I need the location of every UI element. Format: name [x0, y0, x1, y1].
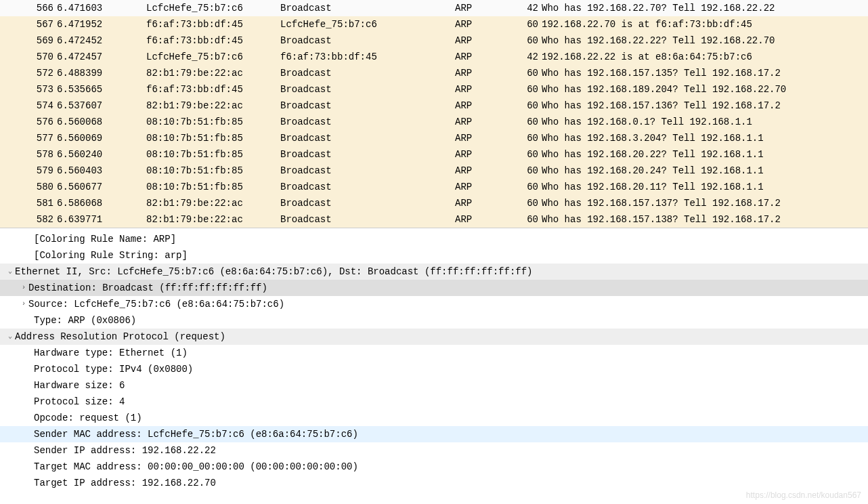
- col-source: 82:b1:79:be:22:ac: [146, 195, 280, 211]
- packet-row[interactable]: 5806.56067708:10:7b:51:fb:85BroadcastARP…: [0, 179, 868, 195]
- col-source: 08:10:7b:51:fb:85: [146, 114, 280, 130]
- col-info: Who has 192.168.157.136? Tell 192.168.17…: [542, 98, 868, 114]
- packet-row[interactable]: 5676.471952f6:af:73:bb:df:45LcfcHefe_75:…: [0, 16, 868, 33]
- col-destination: f6:af:73:bb:df:45: [280, 49, 455, 65]
- col-destination: Broadcast: [280, 146, 455, 163]
- col-source: 08:10:7b:51:fb:85: [146, 130, 280, 146]
- col-info: Who has 192.168.3.204? Tell 192.168.1.1: [542, 130, 868, 146]
- arp-header[interactable]: ⌄ Address Resolution Protocol (request): [0, 329, 868, 345]
- col-protocol: ARP: [455, 0, 525, 16]
- col-info: Who has 192.168.157.137? Tell 192.168.17…: [542, 195, 868, 211]
- col-time: 6.586068: [57, 195, 146, 211]
- col-destination: Broadcast: [280, 65, 455, 81]
- packet-row[interactable]: 5786.56024008:10:7b:51:fb:85BroadcastARP…: [0, 146, 868, 163]
- col-destination: Broadcast: [280, 114, 455, 130]
- col-info: 192.168.22.22 is at e8:6a:64:75:b7:c6: [542, 49, 868, 65]
- col-protocol: ARP: [455, 81, 525, 98]
- arp-sender-mac[interactable]: Sender MAC address: LcfcHefe_75:b7:c6 (e…: [0, 426, 868, 442]
- packet-row[interactable]: 5826.63977182:b1:79:be:22:acBroadcastARP…: [0, 211, 868, 228]
- col-length: 60: [525, 33, 542, 49]
- coloring-rule-string[interactable]: [Coloring Rule String: arp]: [0, 247, 868, 264]
- packet-row[interactable]: 5796.56040308:10:7b:51:fb:85BroadcastARP…: [0, 163, 868, 179]
- col-length: 60: [525, 65, 542, 81]
- col-no: 580: [0, 179, 57, 195]
- col-source: 08:10:7b:51:fb:85: [146, 163, 280, 179]
- col-protocol: ARP: [455, 179, 525, 195]
- col-protocol: ARP: [455, 16, 525, 33]
- col-time: 6.535665: [57, 81, 146, 98]
- packet-list-pane[interactable]: 5666.471603LcfcHefe_75:b7:c6BroadcastARP…: [0, 0, 868, 228]
- eth-type[interactable]: Type: ARP (0x0806): [0, 312, 868, 329]
- col-source: 08:10:7b:51:fb:85: [146, 179, 280, 195]
- col-time: 6.488399: [57, 65, 146, 81]
- col-no: 574: [0, 98, 57, 114]
- col-destination: Broadcast: [280, 163, 455, 179]
- arp-proto-type[interactable]: Protocol type: IPv4 (0x0800): [0, 361, 868, 377]
- col-protocol: ARP: [455, 65, 525, 81]
- packet-row[interactable]: 5736.535665f6:af:73:bb:df:45BroadcastARP…: [0, 81, 868, 98]
- col-info: Who has 192.168.20.24? Tell 192.168.1.1: [542, 163, 868, 179]
- col-destination: Broadcast: [280, 98, 455, 114]
- col-source: f6:af:73:bb:df:45: [146, 16, 280, 33]
- packet-row[interactable]: 5706.472457LcfcHefe_75:b7:c6f6:af:73:bb:…: [0, 49, 868, 65]
- col-length: 60: [525, 130, 542, 146]
- col-length: 60: [525, 146, 542, 163]
- col-source: LcfcHefe_75:b7:c6: [146, 49, 280, 65]
- packet-row[interactable]: 5666.471603LcfcHefe_75:b7:c6BroadcastARP…: [0, 0, 868, 16]
- col-protocol: ARP: [455, 195, 525, 211]
- arp-proto-size[interactable]: Protocol size: 4: [0, 394, 868, 410]
- col-protocol: ARP: [455, 49, 525, 65]
- ethernet-header-text: Ethernet II, Src: LcfcHefe_75:b7:c6 (e8:…: [15, 264, 533, 280]
- watermark: https://blog.csdn.net/koudan567: [746, 490, 861, 494]
- col-info: Who has 192.168.22.70? Tell 192.168.22.2…: [542, 0, 868, 16]
- col-time: 6.537607: [57, 98, 146, 114]
- packet-row[interactable]: 5746.53760782:b1:79:be:22:acBroadcastARP…: [0, 98, 868, 114]
- col-no: 578: [0, 146, 57, 163]
- col-no: 570: [0, 49, 57, 65]
- col-info: Who has 192.168.157.138? Tell 192.168.17…: [542, 211, 868, 228]
- col-time: 6.472457: [57, 49, 146, 65]
- col-destination: Broadcast: [280, 81, 455, 98]
- chevron-down-icon: ⌄: [5, 329, 15, 345]
- col-info: Who has 192.168.157.135? Tell 192.168.17…: [542, 65, 868, 81]
- packet-row[interactable]: 5696.472452f6:af:73:bb:df:45BroadcastARP…: [0, 33, 868, 49]
- packet-row[interactable]: 5766.56006808:10:7b:51:fb:85BroadcastARP…: [0, 114, 868, 130]
- col-time: 6.560403: [57, 163, 146, 179]
- col-no: 566: [0, 0, 57, 16]
- col-destination: Broadcast: [280, 211, 455, 228]
- arp-target-ip[interactable]: Target IP address: 192.168.22.70: [0, 475, 868, 491]
- col-destination: Broadcast: [280, 195, 455, 211]
- eth-source[interactable]: › Source: LcfcHefe_75:b7:c6 (e8:6a:64:75…: [0, 296, 868, 312]
- col-length: 42: [525, 49, 542, 65]
- coloring-rule-name[interactable]: [Coloring Rule Name: ARP]: [0, 231, 868, 247]
- arp-target-mac[interactable]: Target MAC address: 00:00:00_00:00:00 (0…: [0, 459, 868, 475]
- col-no: 567: [0, 16, 57, 33]
- arp-sender-ip[interactable]: Sender IP address: 192.168.22.22: [0, 442, 868, 459]
- col-source: 82:b1:79:be:22:ac: [146, 98, 280, 114]
- col-source: f6:af:73:bb:df:45: [146, 81, 280, 98]
- chevron-down-icon: ⌄: [5, 264, 15, 280]
- packet-row[interactable]: 5726.48839982:b1:79:be:22:acBroadcastARP…: [0, 65, 868, 81]
- col-length: 60: [525, 81, 542, 98]
- col-protocol: ARP: [455, 33, 525, 49]
- col-protocol: ARP: [455, 98, 525, 114]
- arp-opcode[interactable]: Opcode: request (1): [0, 410, 868, 426]
- eth-destination[interactable]: › Destination: Broadcast (ff:ff:ff:ff:ff…: [0, 280, 868, 296]
- col-no: 576: [0, 114, 57, 130]
- packet-row[interactable]: 5776.56006908:10:7b:51:fb:85BroadcastARP…: [0, 130, 868, 146]
- col-protocol: ARP: [455, 211, 525, 228]
- arp-hw-type[interactable]: Hardware type: Ethernet (1): [0, 345, 868, 361]
- packet-row[interactable]: 5816.58606882:b1:79:be:22:acBroadcastARP…: [0, 195, 868, 211]
- col-length: 60: [525, 195, 542, 211]
- col-protocol: ARP: [455, 130, 525, 146]
- eth-source-text: Source: LcfcHefe_75:b7:c6 (e8:6a:64:75:b…: [28, 296, 284, 312]
- col-time: 6.560240: [57, 146, 146, 163]
- ethernet-header[interactable]: ⌄ Ethernet II, Src: LcfcHefe_75:b7:c6 (e…: [0, 264, 868, 280]
- arp-hw-size[interactable]: Hardware size: 6: [0, 377, 868, 394]
- packet-details-pane[interactable]: [Coloring Rule Name: ARP] [Coloring Rule…: [0, 228, 868, 494]
- col-destination: LcfcHefe_75:b7:c6: [280, 16, 455, 33]
- chevron-right-icon: ›: [19, 280, 28, 296]
- col-time: 6.560069: [57, 130, 146, 146]
- col-no: 577: [0, 130, 57, 146]
- col-length: 60: [525, 211, 542, 228]
